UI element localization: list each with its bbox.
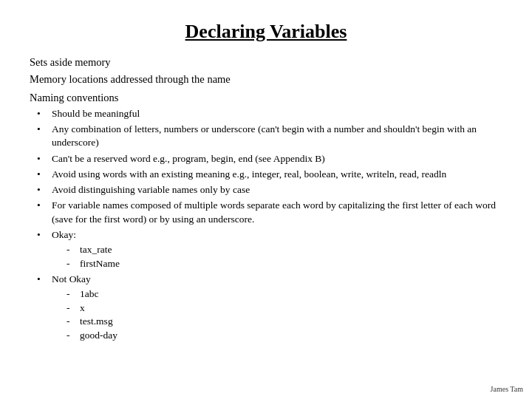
list-item-text: Okay: - tax_rate - firstName [52, 228, 502, 270]
sub-list-item-text: 1abc [80, 287, 98, 301]
bullet-icon: • [37, 183, 49, 197]
list-item-not-okay: • Not Okay - 1abc - x - test.msg [37, 273, 502, 342]
list-item: • Avoid distinguishing variable names on… [37, 183, 502, 197]
list-item-text: Not Okay - 1abc - x - test.msg [52, 273, 502, 342]
bullet-icon: • [37, 228, 49, 242]
sub-list-item: - firstName [66, 257, 502, 270]
okay-sublist: - tax_rate - firstName [52, 243, 502, 270]
list-item: • Any combination of letters, numbers or… [37, 123, 502, 149]
sub-list-item-text: test.msg [80, 315, 113, 328]
page: Declaring Variables Sets aside memory Me… [0, 0, 532, 399]
page-title: Declaring Variables [30, 21, 502, 43]
list-item-text: Avoid using words with an existing meani… [52, 168, 502, 181]
sub-list-item-text: firstName [80, 257, 120, 270]
sub-list-item: - x [66, 301, 502, 315]
list-item: • Should be meaningful [37, 107, 502, 120]
list-item-text: Avoid distinguishing variable names only… [52, 183, 502, 197]
sub-list-item: - test.msg [66, 315, 502, 328]
list-item: • For variable names composed of multipl… [37, 199, 502, 225]
bullet-icon: • [37, 123, 49, 136]
list-item: • Can't be a reserved word e.g., program… [37, 152, 502, 166]
bullet-icon: • [37, 152, 49, 166]
list-item-okay: • Okay: - tax_rate - firstName [37, 228, 502, 270]
bullet-icon: • [37, 273, 49, 286]
dash-icon: - [66, 315, 77, 328]
list-item-text: Any combination of letters, numbers or u… [52, 123, 502, 149]
bullet-icon: • [37, 199, 49, 212]
naming-conventions-list: • Should be meaningful • Any combination… [30, 107, 502, 342]
sub-list-item-text: x [80, 301, 85, 315]
list-item-text: Can't be a reserved word e.g., program, … [52, 152, 502, 166]
bullet-icon: • [37, 168, 49, 181]
dash-icon: - [66, 301, 77, 315]
dash-icon: - [66, 287, 77, 301]
dash-icon: - [66, 257, 77, 270]
list-item: • Avoid using words with an existing mea… [37, 168, 502, 181]
sub-list-item: - good-day [66, 329, 502, 342]
footer-text: James Tam [491, 385, 523, 393]
memory-locations: Memory locations addressed through the n… [30, 73, 502, 86]
list-item-text: For variable names composed of multiple … [52, 199, 502, 225]
bullet-icon: • [37, 107, 49, 120]
dash-icon: - [66, 329, 77, 342]
naming-conventions-header: Naming conventions [30, 92, 502, 104]
sub-list-item-text: good-day [80, 329, 117, 342]
sets-aside-memory: Sets aside memory [30, 56, 502, 69]
not-okay-sublist: - 1abc - x - test.msg - good-day [52, 287, 502, 341]
sub-list-item: - tax_rate [66, 243, 502, 256]
sub-list-item: - 1abc [66, 287, 502, 301]
list-item-text: Should be meaningful [52, 107, 502, 120]
sub-list-item-text: tax_rate [80, 243, 112, 256]
dash-icon: - [66, 243, 77, 256]
